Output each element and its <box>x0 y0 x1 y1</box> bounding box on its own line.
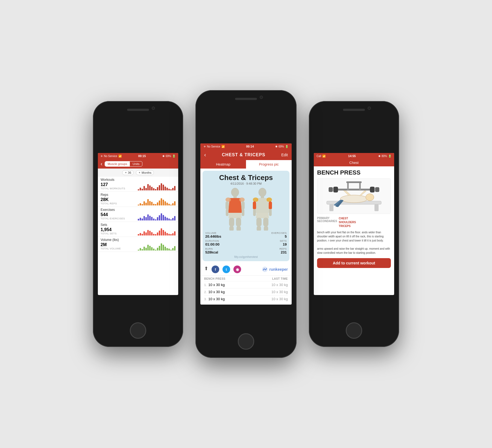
chart-bar <box>144 216 145 220</box>
share-row: ⬆ f t ◉ runkeeper <box>200 263 292 276</box>
chart-bar <box>153 204 154 206</box>
seg-muscle-groups[interactable]: Muscle groups <box>105 161 130 166</box>
stat-exercises-label: EXERCISES <box>247 232 287 234</box>
chart-bar <box>151 187 153 190</box>
center-home-button[interactable] <box>238 333 254 350</box>
right-bt-icon: ✱ <box>378 155 380 158</box>
chart-bar <box>174 231 175 235</box>
left-home-button[interactable] <box>130 322 146 339</box>
left-segment-control[interactable]: Muscle groups Units <box>105 161 143 167</box>
mini-chart <box>138 198 175 205</box>
tab-heatmap[interactable]: Heatmap <box>200 160 246 169</box>
chart-bar <box>163 185 164 190</box>
right-home-button[interactable] <box>346 322 362 339</box>
exercise-set-row[interactable]: 2.10 x 30 kg10 x 30 kg <box>204 288 288 295</box>
stat-sublabel: TOTAL SETS <box>101 232 117 235</box>
left-status-right: ✱ 69% 🔋 <box>162 154 175 158</box>
chart-bar <box>166 203 168 205</box>
exercise-name-header: BENCH PRESS <box>204 277 226 280</box>
svg-point-15 <box>266 198 272 202</box>
svg-rect-5 <box>241 201 245 210</box>
svg-point-28 <box>340 195 368 203</box>
center-back-button[interactable]: ‹ <box>204 152 206 158</box>
left-service-text: No Service <box>104 155 117 158</box>
exercise-set-row[interactable]: 3.10 x 30 kg10 x 30 kg <box>204 295 288 302</box>
workout-stats-grid: VOLUME 20.446lbs EXERCISES 5 DURATION 01… <box>205 232 287 254</box>
chart-bar <box>138 205 139 205</box>
stat-sets-value: 19 <box>247 242 287 246</box>
share-upload-button[interactable]: ⬆ <box>204 266 208 273</box>
primary-label: PRIMARY <box>317 217 337 220</box>
primary-section: PRIMARY SECONDARIES <box>317 217 337 228</box>
stat-burn-value: 528kcal <box>205 250 245 254</box>
stat-reps-label: REPS <box>247 247 287 250</box>
speaker-left <box>127 109 149 111</box>
share-facebook-button[interactable]: f <box>212 266 219 273</box>
svg-rect-32 <box>329 187 333 192</box>
chart-bar <box>157 202 158 205</box>
set-number: 3. <box>204 297 207 301</box>
stat-label: Exercises <box>101 208 175 212</box>
svg-rect-4 <box>226 201 229 210</box>
seg-units[interactable]: Units <box>130 161 142 166</box>
right-time: 14:55 <box>348 154 356 158</box>
chart-bar <box>155 234 156 235</box>
stat-sets: SETS 19 <box>247 240 287 246</box>
chart-bar <box>172 203 174 205</box>
tab-progress-pic[interactable]: Progress pic <box>246 160 292 169</box>
chart-bar <box>149 185 151 190</box>
left-phone: ✈ No Service 📶 00:15 ✱ 69% 🔋 ‹ Muscle gr… <box>93 101 183 347</box>
stat-value: 2M <box>101 242 121 247</box>
stat-sublabel: TOTAL VOLUME <box>101 247 121 250</box>
svg-rect-10 <box>229 226 234 231</box>
svg-rect-9 <box>236 218 241 226</box>
stat-section-sets: Sets1,954TOTAL SETS <box>98 222 178 237</box>
svg-rect-27 <box>374 204 379 211</box>
chart-bar <box>159 231 160 235</box>
stat-exercises-value: 5 <box>247 234 287 238</box>
runkeeper-text: runkeeper <box>269 267 288 272</box>
chart-bar <box>168 249 170 250</box>
center-nav: ‹ CHEST & TRICEPS Edit <box>200 149 292 160</box>
chart-bar <box>159 246 160 250</box>
stat-value: 544 <box>101 212 125 217</box>
filter-period[interactable]: ▼ Months <box>136 170 154 175</box>
center-service-text: No Service <box>207 145 220 148</box>
stat-duration-value: 01:00:00 <box>205 242 245 246</box>
exercise-set-row[interactable]: 1.10 x 30 kg10 x 30 kg <box>204 281 288 288</box>
add-to-workout-button[interactable]: Add to current workout <box>317 258 391 268</box>
chart-bar <box>147 245 149 250</box>
share-instagram-button[interactable]: ◉ <box>233 266 241 273</box>
share-twitter-button[interactable]: t <box>222 266 230 273</box>
chart-bar <box>166 188 168 190</box>
right-phone: Call 📶 14:55 ✱ 80% 🔋 Chest BENCH PRESS <box>309 101 399 347</box>
body-heatmap-svg <box>213 187 279 231</box>
svg-rect-35 <box>347 182 349 190</box>
chart-bar <box>159 215 160 220</box>
chart-bar <box>142 249 143 250</box>
chart-bar <box>174 216 175 220</box>
chart-bar <box>142 219 143 220</box>
left-back-button[interactable]: ‹ <box>101 161 102 167</box>
runkeeper-icon <box>262 266 268 272</box>
chart-bar <box>159 201 160 205</box>
chart-bar <box>151 217 153 220</box>
chart-bar <box>155 219 156 220</box>
svg-rect-18 <box>253 209 256 216</box>
filter-count[interactable]: ▼ 36 <box>122 170 134 175</box>
chart-bar <box>166 248 168 250</box>
chart-bar <box>163 230 164 235</box>
center-edit-button[interactable]: Edit <box>281 153 288 157</box>
chart-bar <box>174 246 175 250</box>
right-battery: 80% <box>382 155 387 158</box>
exercise-list-header: BENCH PRESS LAST TIME <box>204 276 288 281</box>
chart-bar <box>151 247 153 250</box>
filter-period-value: Months <box>142 171 151 174</box>
right-status-right: ✱ 80% 🔋 <box>378 154 391 158</box>
chart-bar <box>144 201 145 205</box>
center-phone: ✈ No Service 📶 00:14 ✱ 69% 🔋 ‹ CHEST & T… <box>195 90 297 358</box>
stat-duration-label: DURATION <box>205 240 245 242</box>
svg-rect-8 <box>229 218 234 226</box>
set-number: 1. <box>204 283 207 287</box>
svg-rect-13 <box>261 196 264 198</box>
